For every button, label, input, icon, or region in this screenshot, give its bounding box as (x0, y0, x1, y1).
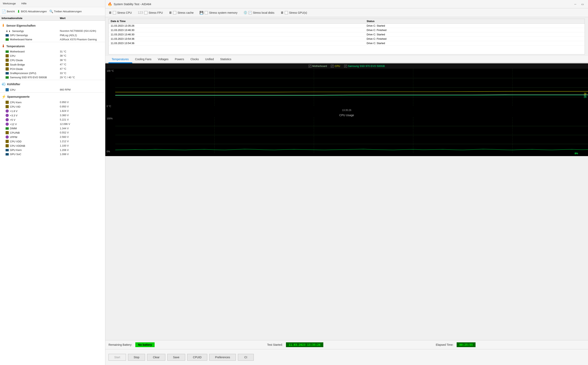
v18-icon (6, 109, 9, 112)
menu-werkzeuge[interactable]: Werkzeuge (2, 1, 17, 6)
bericht-button[interactable]: 📄 Bericht (2, 9, 15, 14)
list-item[interactable]: VPPM 2.560 V (0, 135, 105, 139)
list-item[interactable]: CPU VDDNB 1.100 V (0, 144, 105, 148)
bios-button[interactable]: ⬇ BIOS Aktualisierungen (17, 9, 47, 14)
legend-ssd: Samsung SSD 970 EVO 500GB (344, 64, 385, 68)
stress-memory-checkbox[interactable] (205, 11, 208, 14)
list-item[interactable]: +1.8 V 1.824 V (0, 109, 105, 113)
list-item[interactable]: CPU Kern 0.950 V (0, 100, 105, 105)
log-row[interactable]: 11.03.2023 13:46:30Drive C: Finished (109, 28, 585, 32)
stop-button[interactable]: Stop (128, 354, 145, 361)
cpuid-button[interactable]: CPUID (187, 354, 208, 361)
list-item[interactable]: Motherboard Name ASRock X570 Phantom Gam… (0, 37, 105, 42)
log-row[interactable]: 11.03.2023 13:54:36Drive C: Finished (109, 37, 585, 41)
list-item[interactable]: GPU Sensortyp PMLog (ADL2) (0, 33, 105, 37)
v5-label: +5 V (10, 118, 15, 121)
treiber-button[interactable]: 🔍 Treiber Aktualisierungen (49, 9, 82, 13)
log-row[interactable]: 11.03.2023 13:35:26Drive C: Started (109, 24, 585, 28)
gpu-soc-label: GPU SoC (10, 153, 21, 156)
list-item[interactable]: DIMM 1.344 V (0, 126, 105, 130)
legend-cpu-checkbox[interactable] (331, 65, 334, 68)
legend-mb-checkbox[interactable] (308, 65, 311, 68)
stress-disks-item[interactable]: 💿 Stress local disks (244, 11, 274, 14)
list-item[interactable]: CPU Diode 38 °C (0, 58, 105, 62)
cpu-diode-value: 38 °C (60, 59, 104, 62)
minimize-button[interactable]: ─ (572, 1, 579, 7)
preferences-button[interactable]: Preferences (209, 354, 236, 361)
list-item[interactable]: GPU Kern 1.206 V (0, 148, 105, 152)
stress-fpu-checkbox[interactable] (144, 11, 147, 14)
stress-gpu-item[interactable]: 🖥 Stress GPU(s) (280, 11, 307, 14)
ci-button[interactable]: CI (238, 354, 254, 361)
tab-powers[interactable]: Powers (172, 56, 187, 63)
list-item[interactable]: 🌡 Sensortyp Nuvoton NCT6683D (ISA A24h) (0, 29, 105, 33)
stress-gpu-checkbox[interactable] (285, 11, 288, 14)
menu-hilfe[interactable]: Hilfe (20, 1, 28, 6)
elapsed-label: Elapsed Time: (436, 343, 453, 346)
list-item[interactable]: Grafikprozessor (GPU) 33 °C (0, 71, 105, 75)
stress-fpu-item[interactable]: 123 Stress FPU (138, 11, 163, 14)
tabs-bar: Temperatures Cooling Fans Voltages Power… (105, 56, 588, 63)
log-table: Date & Time Status 11.03.2023 13:35:26Dr… (109, 19, 585, 45)
list-item[interactable]: CPU VID 0.950 V (0, 105, 105, 109)
gpu-kern-value: 1.206 V (60, 148, 104, 152)
start-button[interactable]: Start (108, 354, 126, 361)
stress-cpu-item[interactable]: 🖥 Stress CPU (108, 11, 132, 14)
gpu-temp-icon (6, 72, 9, 74)
list-item[interactable]: CPU 860 RPM (0, 88, 105, 92)
tab-statistics[interactable]: Statistics (217, 56, 235, 63)
legend-ssd-checkbox[interactable] (344, 65, 347, 68)
battery-value: No battery (135, 342, 155, 347)
restore-button[interactable]: ▭ (579, 1, 586, 7)
stress-cache-item[interactable]: 🖥 Stress cache (169, 11, 194, 14)
stress-cache-checkbox[interactable] (173, 11, 176, 14)
stress-cpu-checkbox[interactable] (113, 11, 116, 14)
tab-temperatures[interactable]: Temperatures (108, 56, 132, 63)
list-item[interactable]: South Bridge 47 °C (0, 62, 105, 67)
left-panel: Werkzeuge Hilfe 📄 Bericht ⬇ BIOS Aktuali… (0, 0, 105, 365)
cpu-temp-icon (6, 54, 9, 57)
section-fan-label: Kühllüfter (7, 83, 20, 86)
log-row[interactable]: 11.03.2023 13:46:30Drive C: Started (109, 32, 585, 37)
log-table-container[interactable]: Date & Time Status 11.03.2023 13:35:26Dr… (108, 19, 585, 54)
save-button[interactable]: Save (167, 354, 185, 361)
list-item[interactable]: Samsung SSD 970 EVO 500GB 29 °C / 40 °C (0, 75, 105, 79)
v12-icon (6, 123, 9, 126)
fan-section-icon: 💨 (2, 82, 6, 86)
status-bar: Remaining Battery: No battery Test Start… (105, 340, 588, 349)
menu-bar: Werkzeuge Hilfe (0, 0, 105, 7)
legend-cpu: CPU (331, 64, 340, 68)
log-datetime: 11.03.2023 13:46:30 (109, 32, 365, 37)
stress-disks-icon: 💿 (244, 11, 247, 14)
tab-voltages[interactable]: Voltages (155, 56, 172, 63)
stress-memory-item[interactable]: 💾 Stress system memory (200, 11, 237, 14)
v5-value: 5.221 V (60, 118, 104, 121)
cpu-fan-value: 860 RPM (60, 88, 104, 91)
clear-button[interactable]: Clear (147, 354, 165, 361)
list-item[interactable]: +12 V 12.096 V (0, 122, 105, 126)
cpu-vddnb-icon (6, 144, 9, 147)
list-item[interactable]: Motherboard 31 °C (0, 49, 105, 54)
list-item[interactable]: +3.3 V 3.360 V (0, 113, 105, 118)
legend-mb-label: Motherboard (312, 64, 327, 68)
list-item[interactable]: CPU 38 °C (0, 54, 105, 58)
temp-section-icon: 🌡 (2, 44, 5, 48)
cpu-nb-value: 0.552 V (60, 131, 104, 134)
list-item[interactable]: CPU/NB 0.552 V (0, 130, 105, 135)
tab-clocks[interactable]: Clocks (187, 56, 202, 63)
list-item[interactable]: CPU VDD 1.212 V (0, 139, 105, 144)
cpu-temp-chart-value: 38 (584, 92, 586, 95)
legend-motherboard: Motherboard (308, 64, 327, 68)
tab-unified[interactable]: Unified (202, 56, 217, 63)
list-item[interactable]: +5 V 5.221 V (0, 118, 105, 122)
temp-chart-area: Motherboard CPU Samsung SSD 970 EVO 500G… (105, 63, 588, 112)
list-item[interactable]: GPU SoC 1.099 V (0, 152, 105, 156)
gpu-sensor-icon (6, 34, 9, 36)
tab-cooling-fans[interactable]: Cooling Fans (132, 56, 155, 63)
stress-options: 🖥 Stress CPU 123 Stress FPU 🖥 Stress cac… (105, 8, 588, 17)
cpu-vddnb-label: CPU VDDNB (10, 144, 25, 147)
stress-disks-checkbox[interactable] (249, 11, 252, 14)
log-status: Drive C: Finished (365, 28, 585, 32)
log-row[interactable]: 11.03.2023 13:54:36Drive C: Started (109, 41, 585, 45)
list-item[interactable]: PCH Diode 47 °C (0, 67, 105, 71)
